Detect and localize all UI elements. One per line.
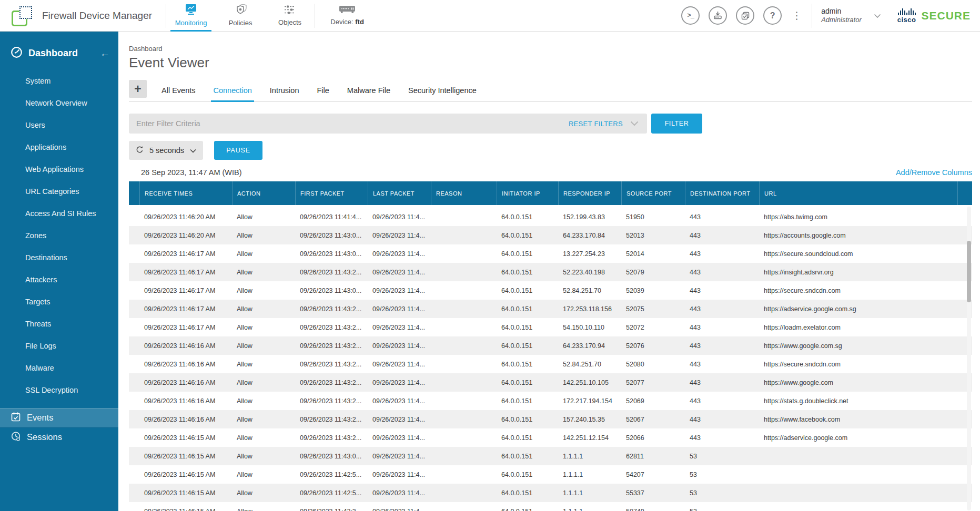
cell-action: Allow <box>232 416 295 423</box>
nav-item-device[interactable]: Device: ftd <box>315 0 379 32</box>
add-view-button[interactable]: + <box>129 80 147 98</box>
table-row[interactable]: 09/26/2023 11:46:20 AM Allow 09/26/2023 … <box>129 208 972 226</box>
sidebar-item-label: Events <box>27 413 53 423</box>
sidebar-item-events[interactable]: Events <box>0 408 118 427</box>
column-header-first-packet[interactable]: FIRST PACKET <box>295 181 368 205</box>
cell-source-port: 52066 <box>621 434 685 442</box>
table-row[interactable]: 09/26/2023 11:46:16 AM Allow 09/26/2023 … <box>129 373 972 392</box>
filter-placeholder: Enter Filter Criteria <box>136 119 200 128</box>
user-chevron-down-icon[interactable] <box>874 11 881 21</box>
table-row[interactable]: 09/26/2023 11:46:17 AM Allow 09/26/2023 … <box>129 281 972 300</box>
page-title: Event Viewer <box>129 55 980 71</box>
add-remove-columns-link[interactable]: Add/Remove Columns <box>896 168 972 177</box>
table-row[interactable]: 09/26/2023 11:46:15 AM Allow 09/26/2023 … <box>129 465 972 484</box>
more-menu-icon[interactable]: ⋮ <box>791 11 803 21</box>
sidebar-item-access-and-si-rules[interactable]: Access And SI Rules <box>0 202 118 224</box>
sidebar-item-destinations[interactable]: Destinations <box>0 247 118 269</box>
refresh-interval-select[interactable]: 5 seconds <box>129 141 203 160</box>
table-row[interactable]: 09/26/2023 11:46:15 AM Allow 09/26/2023 … <box>129 502 972 511</box>
column-header-receive-times[interactable]: RECEIVE TIMES <box>139 181 232 205</box>
collapse-sidebar-icon[interactable]: ← <box>100 48 110 59</box>
reset-filters-button[interactable]: RESET FILTERS <box>569 120 623 128</box>
sidebar-item-threats[interactable]: Threats <box>0 313 118 335</box>
table-row[interactable]: 09/26/2023 11:46:17 AM Allow 09/26/2023 … <box>129 318 972 336</box>
cell-first-packet: 09/26/2023 11:43:2... <box>295 416 368 423</box>
sidebar-item-applications[interactable]: Applications <box>0 136 118 158</box>
column-header-action[interactable]: ACTION <box>232 181 295 205</box>
sidebar-item-web-applications[interactable]: Web Applications <box>0 158 118 180</box>
filter-input[interactable]: Enter Filter Criteria RESET FILTERS <box>129 114 647 134</box>
cli-console-icon[interactable]: >_ <box>681 6 700 25</box>
cell-first-packet: 09/26/2023 11:43:2... <box>295 342 368 350</box>
tab-file[interactable]: File <box>317 86 329 101</box>
column-header-url[interactable]: URL <box>759 181 957 205</box>
sidebar-item-file-logs[interactable]: File Logs <box>0 335 118 357</box>
table-row[interactable]: 09/26/2023 11:46:15 AM Allow 09/26/2023 … <box>129 484 972 502</box>
calendar-check-icon <box>11 412 21 424</box>
cell-first-packet: 09/26/2023 11:43:0... <box>295 250 368 258</box>
cell-initiator-ip: 64.0.0.151 <box>497 342 558 350</box>
tab-security-intelligence[interactable]: Security Intelligence <box>408 86 477 101</box>
cell-destination-port: 443 <box>685 416 759 423</box>
table-row[interactable]: 09/26/2023 11:46:17 AM Allow 09/26/2023 … <box>129 244 972 263</box>
sidebar-item-network-overview[interactable]: Network Overview <box>0 92 118 114</box>
table-row[interactable]: 09/26/2023 11:46:16 AM Allow 09/26/2023 … <box>129 410 972 428</box>
tab-all-events[interactable]: All Events <box>161 86 195 101</box>
column-header-destination-port[interactable]: DESTINATION PORT <box>685 181 759 205</box>
nav-item-policies[interactable]: Policies <box>216 0 265 32</box>
pause-button[interactable]: PAUSE <box>214 141 262 160</box>
cell-destination-port: 443 <box>685 324 759 331</box>
filter-button[interactable]: FILTER <box>651 114 702 134</box>
sidebar-item-malware[interactable]: Malware <box>0 357 118 379</box>
breadcrumb[interactable]: Dashboard <box>129 45 980 53</box>
nav-item-monitoring[interactable]: Monitoring <box>166 0 216 32</box>
filter-history-chevron-down-icon[interactable] <box>630 121 639 126</box>
column-header-responder-ip[interactable]: RESPONDER IP <box>558 181 621 205</box>
table-row[interactable]: 09/26/2023 11:46:17 AM Allow 09/26/2023 … <box>129 300 972 318</box>
sidebar-item-attackers[interactable]: Attackers <box>0 269 118 291</box>
cell-receive-time: 09/26/2023 11:46:17 AM <box>139 305 232 313</box>
nav-item-objects[interactable]: Objects <box>265 0 315 32</box>
task-list-icon[interactable] <box>736 6 754 25</box>
table-row[interactable]: 09/26/2023 11:46:15 AM Allow 09/26/2023 … <box>129 447 972 465</box>
deploy-changes-icon[interactable] <box>709 6 727 25</box>
tab-intrusion[interactable]: Intrusion <box>270 86 299 101</box>
cell-destination-port: 443 <box>685 305 759 313</box>
sidebar-item-system[interactable]: System <box>0 70 118 92</box>
cell-first-packet: 09/26/2023 11:43:0... <box>295 453 368 460</box>
table-body: 09/26/2023 11:46:20 AM Allow 09/26/2023 … <box>129 208 972 511</box>
table-scrollbar-track[interactable] <box>967 207 971 510</box>
sidebar-item-sessions[interactable]: Sessions <box>0 427 118 447</box>
cell-receive-time: 09/26/2023 11:46:16 AM <box>139 379 232 386</box>
user-menu[interactable]: admin Administrator <box>821 6 862 25</box>
cell-action: Allow <box>232 342 295 350</box>
table-row[interactable]: 09/26/2023 11:46:17 AM Allow 09/26/2023 … <box>129 263 972 281</box>
column-header-last-packet[interactable]: LAST PACKET <box>368 181 431 205</box>
table-row[interactable]: 09/26/2023 11:46:16 AM Allow 09/26/2023 … <box>129 336 972 355</box>
help-icon[interactable]: ? <box>763 6 782 25</box>
app-title: Firewall Device Manager <box>42 10 152 22</box>
sidebar-item-url-categories[interactable]: URL Categories <box>0 180 118 202</box>
table-row[interactable]: 09/26/2023 11:46:16 AM Allow 09/26/2023 … <box>129 392 972 410</box>
table-scrollbar-thumb[interactable] <box>967 241 971 302</box>
cell-destination-port: 443 <box>685 342 759 350</box>
sidebar-item-targets[interactable]: Targets <box>0 291 118 313</box>
tab-connection[interactable]: Connection <box>213 86 251 101</box>
tab-malware-file[interactable]: Malware File <box>347 86 390 101</box>
cell-destination-port: 53 <box>685 489 759 497</box>
sidebar-item-users[interactable]: Users <box>0 114 118 136</box>
cisco-secure-logo: cisco SECURE <box>897 8 971 24</box>
device-label: Device: ftd <box>330 18 364 26</box>
clock-icon <box>11 431 21 444</box>
table-row[interactable]: 09/26/2023 11:46:20 AM Allow 09/26/2023 … <box>129 226 972 244</box>
column-header-reason[interactable]: REASON <box>431 181 497 205</box>
cell-source-port: 52067 <box>621 416 685 423</box>
table-row[interactable]: 09/26/2023 11:46:15 AM Allow 09/26/2023 … <box>129 428 972 447</box>
table-row[interactable]: 09/26/2023 11:46:16 AM Allow 09/26/2023 … <box>129 355 972 373</box>
sidebar-item-zones[interactable]: Zones <box>0 224 118 247</box>
column-header-source-port[interactable]: SOURCE PORT <box>621 181 685 205</box>
sidebar-item-ssl-decryption[interactable]: SSL Decryption <box>0 379 118 401</box>
cell-destination-port: 53 <box>685 453 759 460</box>
column-header-initiator-ip[interactable]: INITIATOR IP <box>497 181 558 205</box>
user-role: Administrator <box>821 16 862 25</box>
